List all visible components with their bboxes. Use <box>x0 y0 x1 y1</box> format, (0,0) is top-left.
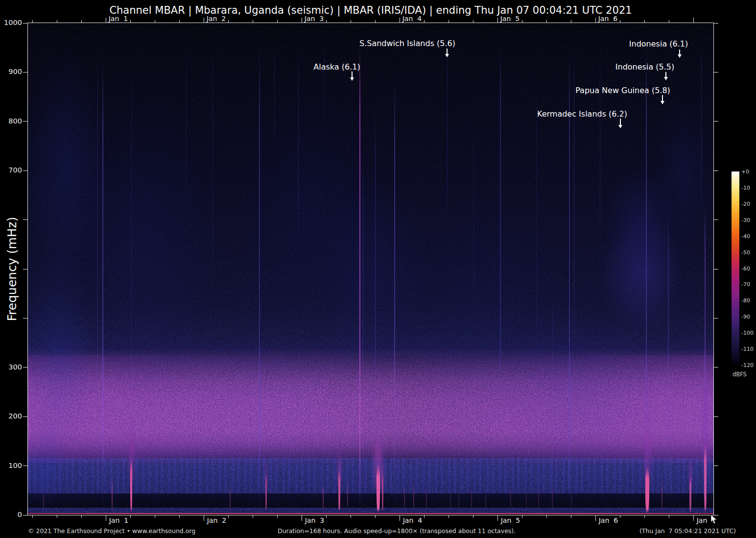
y-tick-label: 800 <box>0 117 22 125</box>
x-tick-label-bottom: Jan 1 <box>109 516 128 524</box>
annotation-arrow-head <box>678 54 682 58</box>
x-tick-label-top: Jan 3 <box>305 15 324 23</box>
event-streak <box>43 491 44 512</box>
event-streak <box>347 478 348 509</box>
y-tick <box>23 72 28 73</box>
x-tick-major-top <box>693 18 694 23</box>
colorbar-tick-label: -70 <box>741 281 750 288</box>
event-line <box>359 43 360 513</box>
event-streak <box>450 489 451 510</box>
x-tick-minor-top <box>253 20 253 23</box>
annotation-arrow-head <box>350 77 354 81</box>
y-tick-right <box>713 416 718 417</box>
event-streak <box>230 486 231 511</box>
event-line <box>102 61 103 512</box>
event-line <box>447 44 448 216</box>
event-streak <box>338 468 340 512</box>
x-tick-major-bottom <box>302 515 302 521</box>
spectrogram-page: Channel MBAR | Mbarara, Uganda (seismic)… <box>0 0 756 538</box>
x-tick-minor-top <box>644 20 645 23</box>
x-tick-major-top <box>106 18 106 23</box>
event-streak <box>571 488 572 510</box>
colorbar-tick-label: -60 <box>741 266 750 272</box>
event-streak <box>265 471 267 511</box>
annotation-label: Indonesia (5.5) <box>615 62 674 72</box>
x-tick-minor-top <box>32 20 33 23</box>
noise-cloud <box>28 421 71 510</box>
colorbar <box>732 171 739 365</box>
event-streak <box>526 489 527 510</box>
x-tick-minor-top <box>620 20 620 23</box>
x-tick-major-bottom <box>497 515 498 521</box>
y-axis-title: Frequency (mHz) <box>5 217 19 321</box>
colorbar-tick-label: -20 <box>741 201 750 207</box>
y-tick-label: 1000 <box>0 19 22 26</box>
x-tick-minor-bottom <box>522 515 522 518</box>
x-tick-minor-bottom <box>669 515 669 518</box>
event-streak <box>382 472 383 512</box>
x-tick-minor-bottom <box>473 515 473 518</box>
x-tick-minor-bottom <box>81 515 82 518</box>
x-tick-minor-top <box>424 20 425 23</box>
mouse-cursor-icon <box>710 514 718 525</box>
y-tick-label: 300 <box>0 363 22 371</box>
event-streak <box>130 457 132 513</box>
colorbar-tick-label: -80 <box>741 297 750 304</box>
x-tick-label-top: Jan 6 <box>598 15 617 23</box>
x-tick-minor-top <box>522 20 522 23</box>
y-tick-label: 0 <box>0 511 22 518</box>
x-tick-minor-top <box>155 20 155 23</box>
x-tick-minor-bottom <box>351 515 351 518</box>
x-tick-major-top <box>400 18 400 23</box>
x-tick-major-top <box>204 18 204 23</box>
footer-render-timestamp: (Thu Jan 7 05:04:21 2021 UTC) <box>639 527 736 535</box>
x-tick-minor-bottom <box>155 515 155 518</box>
x-tick-minor-top <box>546 20 547 23</box>
y-tick <box>23 23 28 24</box>
colorbar-tick-label: +0 <box>741 169 749 175</box>
event-line <box>298 43 299 245</box>
noise-cloud <box>497 304 663 461</box>
noise-cloud <box>73 83 220 397</box>
y-tick-label: 700 <box>0 166 22 174</box>
event-streak <box>485 489 486 510</box>
x-tick-major-bottom <box>106 515 106 521</box>
baseline-signal-line <box>28 513 713 514</box>
x-tick-major-bottom <box>595 515 596 521</box>
x-tick-minor-top <box>449 20 449 23</box>
event-line <box>363 157 363 495</box>
annotation-arrow-head <box>618 125 622 128</box>
x-tick-minor-bottom <box>130 515 131 518</box>
x-tick-label-top: Jan 4 <box>402 15 422 23</box>
event-streak <box>404 485 405 510</box>
event-line <box>574 43 574 353</box>
event-line <box>552 294 553 510</box>
event-streak <box>426 485 427 510</box>
x-tick-minor-top <box>473 20 473 23</box>
event-line <box>536 78 537 353</box>
event-streak <box>538 487 539 511</box>
y-tick <box>23 465 28 466</box>
event-line <box>186 47 187 211</box>
x-tick-minor-top <box>81 20 82 23</box>
x-tick-minor-bottom <box>32 515 33 518</box>
event-streak <box>112 476 113 511</box>
event-streak <box>377 465 380 513</box>
y-tick-right <box>713 367 718 367</box>
x-tick-major-bottom <box>693 515 694 521</box>
event-line <box>213 47 213 279</box>
x-tick-label-top: Jan 2 <box>207 15 226 23</box>
event-streak <box>552 485 553 511</box>
x-tick-minor-bottom <box>546 515 547 518</box>
event-streak <box>458 490 459 510</box>
colorbar-tick-label: -120 <box>741 362 754 368</box>
x-tick-minor-top <box>130 20 131 23</box>
x-tick-major-bottom <box>400 515 400 521</box>
event-line <box>701 43 702 206</box>
annotation-label: Indonesia (6.1) <box>629 39 688 49</box>
x-tick-minor-bottom <box>424 515 425 518</box>
x-tick-label-bottom: Jan 2 <box>207 516 226 524</box>
x-tick-minor-bottom <box>57 515 57 518</box>
x-tick-label-top: Jan 5 <box>500 15 520 23</box>
y-tick-right <box>713 220 718 220</box>
